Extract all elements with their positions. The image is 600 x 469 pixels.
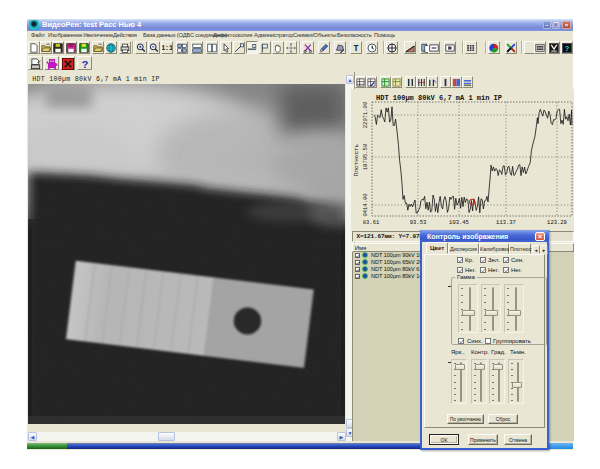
svg-text:123.29: 123.29 bbox=[547, 219, 567, 226]
svg-text:Плотность: Плотность bbox=[353, 143, 360, 176]
svg-text:?: ? bbox=[565, 45, 570, 53]
svg-text:22971.00: 22971.00 bbox=[362, 102, 369, 128]
svg-text:83.61: 83.61 bbox=[363, 219, 380, 226]
svg-text:113.37: 113.37 bbox=[496, 219, 516, 226]
svg-text:18705.50: 18705.50 bbox=[362, 144, 369, 170]
svg-text:103.45: 103.45 bbox=[449, 219, 469, 226]
svg-text:?: ? bbox=[81, 59, 88, 70]
svg-text:1:1: 1:1 bbox=[162, 45, 172, 52]
svg-text:HDT 100µm 80kV 6,7 mA 1 min IP: HDT 100µm 80kV 6,7 mA 1 min IP bbox=[376, 94, 502, 102]
svg-text:0414.00: 0414.00 bbox=[362, 193, 369, 216]
svg-text:T: T bbox=[353, 44, 358, 53]
svg-text:93.53: 93.53 bbox=[410, 219, 427, 226]
